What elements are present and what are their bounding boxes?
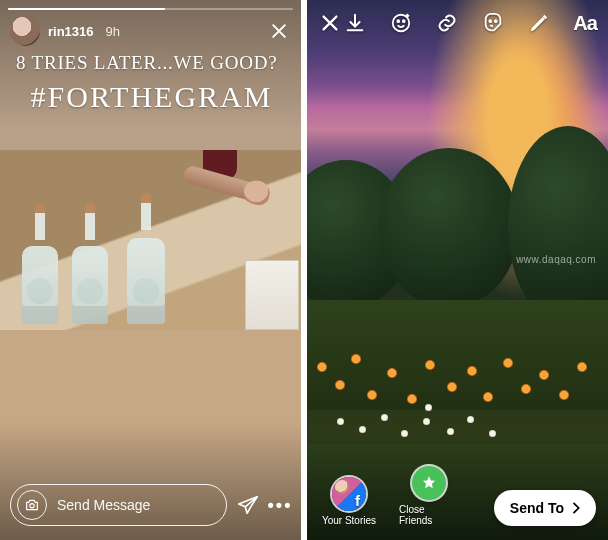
share-label: Your Stories xyxy=(322,515,376,526)
story-reply-bar: Send Message ••• xyxy=(10,484,291,526)
close-editor-button[interactable] xyxy=(317,10,342,36)
link-icon xyxy=(436,12,458,34)
more-options-button[interactable]: ••• xyxy=(269,494,291,516)
svg-point-5 xyxy=(495,20,497,22)
svg-point-4 xyxy=(489,20,491,22)
story-progress-fill xyxy=(8,8,165,10)
chevron-right-icon xyxy=(568,500,584,516)
close-friends-icon xyxy=(412,466,446,500)
more-options-icon: ••• xyxy=(268,495,293,516)
text-tool-icon: Aa xyxy=(573,12,597,35)
sticker-button[interactable] xyxy=(480,10,506,36)
story-viewer-screen: rin1316 9h 8 tries later...we good? #FOR… xyxy=(0,0,301,540)
story-progress-bar xyxy=(8,8,293,10)
decor xyxy=(126,194,166,324)
editor-toolbar: Aa xyxy=(317,10,598,36)
close-icon xyxy=(269,21,289,41)
your-stories-icon xyxy=(332,477,366,511)
close-story-button[interactable] xyxy=(267,19,291,43)
decor xyxy=(20,204,60,324)
face-filter-button[interactable] xyxy=(388,10,414,36)
decor xyxy=(508,126,608,326)
camera-button[interactable] xyxy=(17,490,47,520)
message-input[interactable]: Send Message xyxy=(10,484,227,526)
send-to-label: Send To xyxy=(510,500,564,516)
decor xyxy=(245,260,299,330)
save-button[interactable] xyxy=(342,10,368,36)
sticker-icon xyxy=(482,12,504,34)
share-label: Close Friends xyxy=(399,504,459,526)
svg-point-3 xyxy=(403,20,405,22)
toolbar-group: Aa xyxy=(342,10,598,36)
link-button[interactable] xyxy=(434,10,460,36)
story-username[interactable]: rin1316 xyxy=(48,24,94,39)
direct-send-icon xyxy=(237,494,259,516)
close-icon xyxy=(319,12,341,34)
save-download-icon xyxy=(344,12,366,34)
story-timestamp: 9h xyxy=(106,24,120,39)
direct-send-button[interactable] xyxy=(237,494,259,516)
camera-icon xyxy=(24,497,40,513)
overlay-line-1: 8 tries later...we good? xyxy=(16,52,287,74)
draw-button[interactable] xyxy=(526,10,552,36)
story-header: rin1316 9h xyxy=(10,16,291,46)
message-placeholder: Send Message xyxy=(57,497,150,513)
avatar[interactable] xyxy=(10,16,40,46)
draw-icon xyxy=(528,12,550,34)
share-close-friends[interactable]: Close Friends xyxy=(399,466,459,526)
story-text-overlay: 8 tries later...we good? #FORTHEGRAM xyxy=(16,52,287,114)
decor xyxy=(307,332,608,442)
send-to-button[interactable]: Send To xyxy=(494,490,596,526)
svg-point-2 xyxy=(397,20,399,22)
story-media[interactable] xyxy=(0,150,301,330)
text-tool-button[interactable]: Aa xyxy=(572,10,598,36)
share-your-stories[interactable]: Your Stories xyxy=(319,477,379,526)
share-row: Your Stories Close Friends Send To xyxy=(319,466,596,526)
decor xyxy=(379,148,519,308)
overlay-line-2: #FORTHEGRAM xyxy=(16,80,287,114)
decor xyxy=(70,204,110,324)
face-filter-icon xyxy=(390,12,412,34)
story-editor-screen: Aa www.daqaq.com Your Stories Close Frie… xyxy=(307,0,608,540)
svg-point-0 xyxy=(30,504,34,508)
